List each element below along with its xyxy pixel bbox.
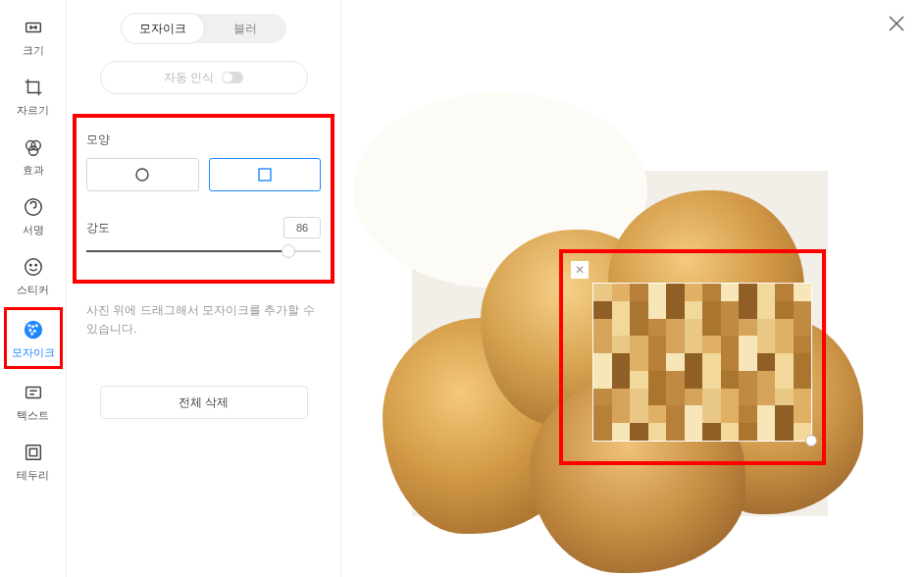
segment-mosaic[interactable]: 모자이크 (122, 14, 204, 43)
svg-rect-11 (34, 325, 37, 328)
sidebar-item-text[interactable]: 텍스트 (4, 373, 63, 429)
sidebar-item-label: 테두리 (17, 468, 49, 483)
sidebar-item-size[interactable]: 크기 (4, 8, 63, 64)
svg-point-2 (31, 141, 40, 150)
sidebar-item-label: 스티커 (17, 283, 49, 297)
auto-detect-button[interactable]: 자동 인식 (100, 61, 308, 94)
sidebar-item-effect[interactable]: 효과 (4, 128, 63, 184)
svg-rect-17 (29, 448, 36, 455)
mosaic-resize-handle[interactable] (805, 435, 817, 446)
mosaic-selection[interactable]: ✕ (559, 249, 826, 465)
svg-rect-9 (27, 325, 30, 328)
intensity-label: 강도 (86, 220, 110, 236)
image-canvas[interactable]: ✕ (412, 171, 828, 516)
svg-point-7 (35, 264, 36, 265)
svg-rect-12 (28, 329, 31, 332)
sidebar-item-label: 효과 (23, 163, 44, 178)
toggle-icon (222, 72, 243, 83)
effect-type-segment: 모자이크 블러 (122, 14, 286, 43)
sticker-icon (22, 255, 45, 279)
shape-circle-option[interactable] (86, 158, 199, 191)
slider-thumb[interactable] (282, 244, 295, 258)
svg-rect-14 (30, 333, 33, 336)
segment-blur[interactable]: 블러 (204, 14, 286, 43)
svg-rect-13 (33, 330, 36, 333)
crop-icon (22, 76, 45, 99)
sidebar: 크기 자르기 효과 서명 스티커 모자이크 텍스트 테두리 (0, 0, 67, 577)
auto-detect-label: 자동 인식 (164, 70, 214, 86)
sidebar-item-signature[interactable]: 서명 (4, 187, 63, 243)
text-icon (22, 381, 45, 404)
resize-icon (22, 16, 45, 39)
sidebar-item-crop[interactable]: 자르기 (4, 68, 63, 124)
help-text: 사진 위에 드래그해서 모자이크를 추가할 수 있습니다. (86, 301, 321, 339)
mosaic-region[interactable] (592, 283, 812, 442)
svg-point-6 (29, 264, 30, 265)
sidebar-item-mosaic[interactable]: 모자이크 (4, 307, 63, 369)
svg-point-5 (25, 259, 41, 276)
svg-rect-19 (259, 169, 271, 181)
effect-icon (22, 135, 45, 159)
sidebar-item-border[interactable]: 테두리 (4, 433, 63, 489)
shape-options (86, 158, 321, 191)
delete-all-button[interactable]: 전체 삭제 (100, 386, 308, 419)
shape-label: 모양 (86, 131, 321, 148)
svg-rect-10 (31, 325, 34, 328)
sidebar-item-label: 텍스트 (17, 408, 49, 423)
sidebar-item-label: 크기 (23, 43, 44, 58)
svg-point-18 (136, 169, 148, 181)
svg-rect-16 (26, 446, 40, 460)
sidebar-item-label: 자르기 (17, 103, 49, 118)
border-icon (22, 441, 45, 464)
svg-point-3 (28, 146, 37, 155)
close-button[interactable] (887, 14, 906, 33)
svg-rect-15 (26, 388, 40, 398)
signature-icon (22, 195, 45, 219)
sidebar-item-label: 서명 (23, 223, 44, 237)
intensity-value[interactable]: 86 (283, 217, 321, 238)
sidebar-item-label: 모자이크 (12, 345, 55, 360)
mosaic-pixels (593, 284, 811, 441)
mosaic-remove-button[interactable]: ✕ (571, 261, 589, 279)
intensity-slider[interactable] (86, 244, 321, 258)
mosaic-icon (22, 318, 45, 341)
shape-square-option[interactable] (209, 158, 322, 191)
settings-panel: 모자이크 블러 자동 인식 모양 강도 86 사진 위에 드래그해서 모자이크를… (67, 0, 341, 577)
slider-fill (86, 250, 288, 252)
shape-intensity-group: 모양 강도 86 (73, 114, 334, 284)
sidebar-item-sticker[interactable]: 스티커 (4, 247, 63, 303)
